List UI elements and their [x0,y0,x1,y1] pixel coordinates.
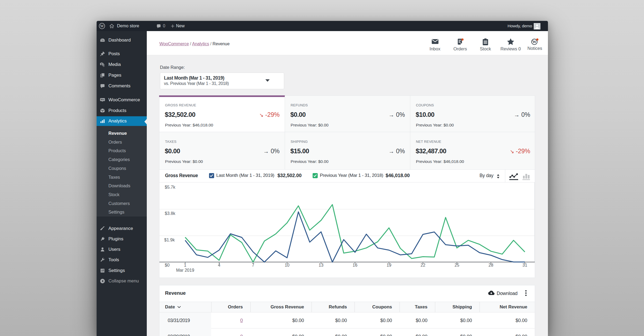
svg-text:16: 16 [353,263,357,267]
svg-text:$3.8k: $3.8k [165,211,175,216]
svg-text:W: W [100,24,104,28]
svg-text:Mar 2019: Mar 2019 [176,268,194,272]
svg-text:Woo: Woo [101,99,104,100]
svg-text:22: 22 [420,263,425,267]
svg-text:$1.9k: $1.9k [164,238,175,242]
svg-text:1: 1 [184,263,186,267]
svg-text:13: 13 [319,263,324,267]
svg-text:10: 10 [285,263,290,267]
svg-text:4: 4 [218,263,220,267]
svg-text:W: W [532,40,536,44]
svg-text:28: 28 [489,263,493,267]
svg-text:31: 31 [522,263,527,267]
svg-text:7: 7 [252,263,254,267]
svg-text:19: 19 [387,263,391,267]
svg-text:$5.7k: $5.7k [165,185,175,189]
svg-text:25: 25 [455,263,459,267]
svg-text:$0: $0 [165,263,170,267]
